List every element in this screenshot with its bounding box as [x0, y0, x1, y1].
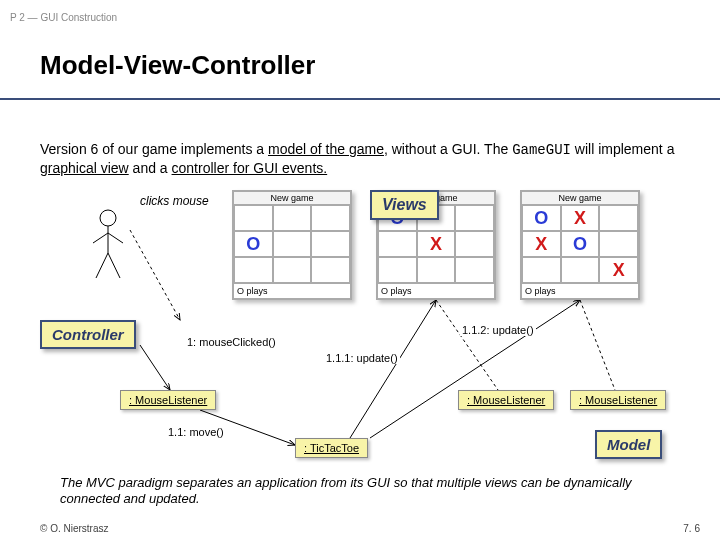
uml-mouselistener: : MouseListener [120, 390, 216, 410]
cell: O [234, 231, 273, 257]
svg-line-5 [436, 300, 498, 390]
cell [561, 257, 600, 283]
intro-text: and a [129, 160, 172, 176]
clicks-label: clicks mouse [140, 194, 209, 208]
cell [378, 257, 417, 283]
game-window-1: New game O O plays [232, 190, 352, 300]
svg-line-3 [350, 300, 436, 438]
cell [455, 205, 494, 231]
cell [234, 257, 273, 283]
cell [311, 205, 350, 231]
cell [599, 231, 638, 257]
cell [273, 231, 312, 257]
controller-tag: Controller [40, 320, 136, 349]
cell [522, 257, 561, 283]
cell: O [522, 205, 561, 231]
actor-icon [88, 208, 128, 288]
cell [234, 205, 273, 231]
summary-paragraph: The MVC paradigm separates an applicatio… [60, 475, 660, 508]
cell: O [561, 231, 600, 257]
intro-code: GameGUI [512, 142, 571, 158]
game-window-3: New game OX XO X O plays [520, 190, 640, 300]
cell [599, 205, 638, 231]
copyright: © O. Nierstrasz [40, 523, 109, 534]
svg-line-4 [370, 300, 580, 438]
svg-line-11 [96, 253, 108, 278]
svg-line-6 [580, 300, 615, 390]
page-title: Model-View-Controller [40, 50, 315, 81]
label-move: 1.1: move() [166, 426, 226, 438]
status-text: O plays [522, 283, 638, 298]
views-tag: Views [370, 190, 439, 220]
model-tag: Model [595, 430, 662, 459]
status-text: O plays [378, 283, 494, 298]
cell [378, 231, 417, 257]
intro-underline-model: model of the game [268, 141, 384, 157]
page-number: 7. 6 [683, 523, 700, 534]
uml-mouselistener: : MouseListener [458, 390, 554, 410]
label-mouseclicked: 1: mouseClicked() [185, 336, 278, 348]
mvc-diagram: clicks mouse New game O O plays New game… [40, 190, 680, 470]
intro-text: will implement a [571, 141, 674, 157]
uml-tictactoe: : TicTacToe [295, 438, 368, 458]
cell [311, 257, 350, 283]
svg-line-1 [140, 345, 170, 390]
label-update2: 1.1.2: update() [460, 324, 536, 336]
divider [0, 98, 720, 100]
intro-underline-controller: controller for GUI events. [172, 160, 328, 176]
cell: X [599, 257, 638, 283]
intro-paragraph: Version 6 of our game implements a model… [40, 140, 680, 177]
uml-mouselistener: : MouseListener [570, 390, 666, 410]
svg-point-7 [100, 210, 116, 226]
cell [417, 257, 456, 283]
intro-underline-view: graphical view [40, 160, 129, 176]
svg-line-0 [130, 230, 180, 320]
intro-text: Version 6 of our game implements a [40, 141, 268, 157]
cell [455, 257, 494, 283]
window-title: New game [234, 192, 350, 205]
cell [273, 257, 312, 283]
svg-line-12 [108, 253, 120, 278]
cell: X [561, 205, 600, 231]
intro-text: , without a GUI. The [384, 141, 512, 157]
svg-line-10 [108, 233, 123, 243]
label-update1: 1.1.1: update() [324, 352, 400, 364]
svg-line-9 [93, 233, 108, 243]
cell [273, 205, 312, 231]
cell [455, 231, 494, 257]
breadcrumb: P 2 — GUI Construction [10, 12, 117, 23]
cell [311, 231, 350, 257]
cell: X [522, 231, 561, 257]
cell: X [417, 231, 456, 257]
window-title: New game [522, 192, 638, 205]
status-text: O plays [234, 283, 350, 298]
